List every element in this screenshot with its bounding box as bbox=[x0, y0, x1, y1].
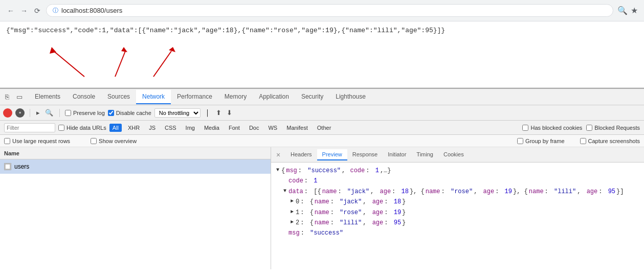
filter-other[interactable]: Other bbox=[314, 124, 335, 132]
detail-tab-cookies[interactable]: Cookies bbox=[438, 149, 469, 160]
tab-sources[interactable]: Sources bbox=[101, 90, 136, 104]
filter-font[interactable]: Font bbox=[226, 124, 243, 132]
hide-data-urls-checkbox[interactable] bbox=[58, 125, 64, 131]
detail-close-button[interactable]: × bbox=[273, 150, 283, 160]
disable-cache-label[interactable]: Disable cache bbox=[108, 110, 151, 116]
detail-tab-response[interactable]: Response bbox=[347, 149, 383, 160]
json-line-2: ► 2 : { name : "lili" , age : 95 } bbox=[276, 218, 639, 228]
filter-icon[interactable]: ▸ bbox=[35, 108, 41, 118]
tab-elements[interactable]: Elements bbox=[29, 90, 66, 104]
clear-button[interactable]: ⚬ bbox=[15, 108, 25, 118]
svg-line-0 bbox=[54, 51, 84, 77]
filter-ws[interactable]: WS bbox=[265, 124, 280, 132]
devtools-tabs: ⎘ ▭ Elements Console Sources Network Per… bbox=[0, 89, 644, 105]
filter-right: Has blocked cookies Blocked Requests bbox=[522, 125, 640, 131]
tab-security[interactable]: Security bbox=[295, 90, 329, 104]
file-icon bbox=[5, 164, 11, 170]
preserve-log-label[interactable]: Preserve log bbox=[65, 110, 105, 116]
capture-screenshots-checkbox[interactable] bbox=[580, 138, 586, 144]
address-bar[interactable]: ⓘ localhost:8080/users bbox=[46, 4, 613, 17]
network-list: Name users bbox=[0, 147, 271, 269]
record-button[interactable] bbox=[3, 108, 12, 118]
back-button[interactable]: ← bbox=[6, 6, 15, 15]
bookmark-button[interactable]: ★ bbox=[631, 6, 638, 15]
detail-tab-preview[interactable]: Preview bbox=[317, 149, 347, 160]
tab-network[interactable]: Network bbox=[136, 90, 171, 104]
triangle-0[interactable]: ► bbox=[291, 197, 294, 205]
filter-all[interactable]: All bbox=[109, 124, 122, 132]
large-rows-checkbox[interactable] bbox=[4, 138, 10, 144]
filter-input[interactable] bbox=[4, 123, 55, 132]
tab-application[interactable]: Application bbox=[253, 90, 295, 104]
svg-marker-5 bbox=[169, 47, 175, 52]
blocked-requests-label[interactable]: Blocked Requests bbox=[586, 125, 640, 131]
tab-lighthouse[interactable]: Lighthouse bbox=[329, 90, 372, 104]
tab-console[interactable]: Console bbox=[66, 90, 101, 104]
show-overview-checkbox[interactable] bbox=[91, 138, 97, 144]
blocked-cookies-checkbox[interactable] bbox=[522, 125, 528, 131]
detail-panel: × Headers Preview Response Initiator Tim… bbox=[271, 147, 644, 269]
triangle-root[interactable]: ▼ bbox=[276, 166, 279, 174]
group-by-frame-label[interactable]: Group by frame bbox=[517, 138, 564, 144]
json-line-msg: ▶ msg : "success" bbox=[276, 228, 639, 238]
blocked-cookies-label[interactable]: Has blocked cookies bbox=[522, 125, 582, 131]
browser-actions: 🔍 ★ bbox=[617, 6, 638, 15]
svg-marker-3 bbox=[121, 47, 127, 52]
detail-tabs: × Headers Preview Response Initiator Tim… bbox=[271, 147, 644, 163]
browser-chrome: ← → ⟳ ⓘ localhost:8080/users 🔍 ★ bbox=[0, 0, 644, 21]
json-response: {"msg":"success","code":1,"data":[{"name… bbox=[6, 27, 638, 34]
device-icon[interactable]: ▭ bbox=[14, 92, 25, 102]
search-icon[interactable]: 🔍 bbox=[44, 108, 54, 118]
request-name: users bbox=[14, 163, 29, 170]
disable-cache-checkbox[interactable] bbox=[108, 110, 114, 116]
refresh-button[interactable]: ⟳ bbox=[33, 6, 42, 15]
tab-memory[interactable]: Memory bbox=[218, 90, 253, 104]
json-line-1: ► 1 : { name : "rose" , age : 19 } bbox=[276, 207, 639, 218]
svg-line-2 bbox=[115, 51, 125, 77]
separator-3: │ bbox=[204, 109, 212, 117]
devtools-toolbar: ⚬ ▸ 🔍 Preserve log Disable cache No thro… bbox=[0, 105, 644, 121]
detail-tab-headers[interactable]: Headers bbox=[285, 149, 317, 160]
svg-rect-6 bbox=[5, 164, 10, 169]
download-button[interactable]: ⬇ bbox=[226, 108, 233, 118]
blocked-requests-checkbox[interactable] bbox=[586, 125, 592, 131]
json-line-root: ▼ { msg : "success" , code : 1 ,…} bbox=[276, 166, 639, 176]
filter-css[interactable]: CSS bbox=[162, 124, 180, 132]
hide-data-urls-label[interactable]: Hide data URLs bbox=[58, 125, 106, 131]
options-right: Group by frame Capture screenshots bbox=[517, 138, 640, 144]
detail-tab-timing[interactable]: Timing bbox=[411, 149, 438, 160]
triangle-2[interactable]: ► bbox=[291, 218, 294, 226]
filter-xhr[interactable]: XHR bbox=[125, 124, 143, 132]
lock-icon: ⓘ bbox=[53, 7, 58, 14]
network-request-row[interactable]: users bbox=[0, 159, 271, 174]
throttle-select[interactable]: No throttling bbox=[154, 108, 201, 118]
json-line-0: ► 0 : { name : "jack" , age : 18 } bbox=[276, 197, 639, 207]
devtools-panel: ⎘ ▭ Elements Console Sources Network Per… bbox=[0, 88, 644, 269]
group-by-frame-checkbox[interactable] bbox=[517, 138, 523, 144]
separator-1 bbox=[30, 109, 30, 117]
forward-button[interactable]: → bbox=[19, 6, 29, 15]
large-rows-label[interactable]: Use large request rows bbox=[4, 138, 70, 144]
json-line-code: ▶ code : 1 bbox=[276, 176, 639, 186]
triangle-data[interactable]: ▼ bbox=[283, 187, 286, 195]
upload-button[interactable]: ⬆ bbox=[215, 108, 223, 118]
options-row: Use large request rows Show overview Gro… bbox=[0, 135, 644, 147]
filter-row: Hide data URLs All XHR JS CSS Img Media … bbox=[0, 121, 644, 135]
filter-media[interactable]: Media bbox=[201, 124, 223, 132]
show-overview-label[interactable]: Show overview bbox=[91, 138, 137, 144]
svg-line-4 bbox=[153, 51, 171, 77]
filter-doc[interactable]: Doc bbox=[246, 124, 262, 132]
triangle-1[interactable]: ► bbox=[291, 207, 294, 216]
filter-js[interactable]: JS bbox=[146, 124, 159, 132]
arrows-svg bbox=[3, 36, 223, 87]
separator-2 bbox=[59, 109, 60, 117]
json-line-data: ▼ data : [{ name : "jack" , age : 18 }, … bbox=[276, 187, 639, 197]
filter-manifest[interactable]: Manifest bbox=[283, 124, 311, 132]
capture-screenshots-label[interactable]: Capture screenshots bbox=[580, 138, 640, 144]
detail-tab-initiator[interactable]: Initiator bbox=[383, 149, 411, 160]
preserve-log-checkbox[interactable] bbox=[65, 110, 71, 116]
filter-img[interactable]: Img bbox=[183, 124, 198, 132]
search-button[interactable]: 🔍 bbox=[617, 6, 628, 15]
inspect-icon[interactable]: ⎘ bbox=[2, 92, 12, 102]
tab-performance[interactable]: Performance bbox=[171, 90, 218, 104]
